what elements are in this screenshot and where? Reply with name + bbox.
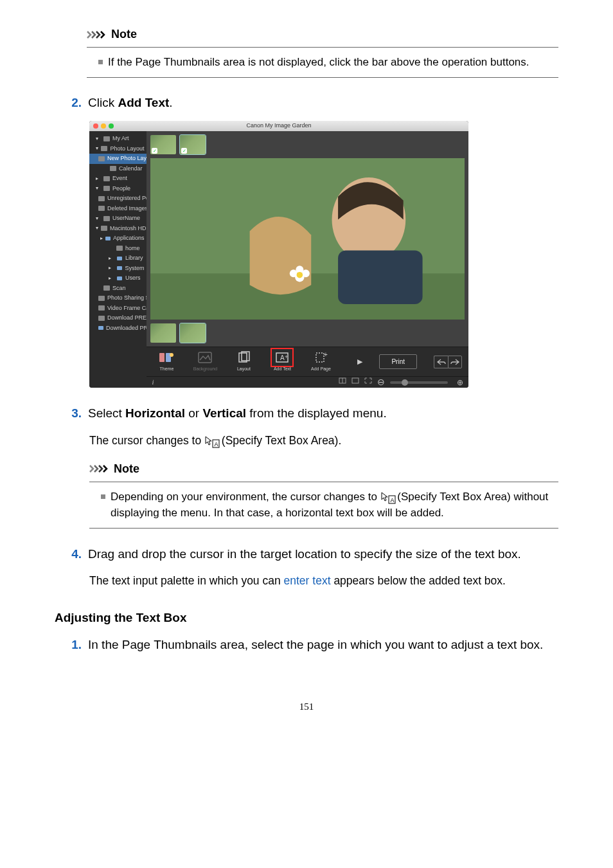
svg-rect-6 xyxy=(98,196,105,201)
sidebar-item[interactable]: Calendar xyxy=(89,164,147,174)
disclosure-icon: ▾ xyxy=(96,136,101,141)
zoom-in-icon[interactable]: ⊕ xyxy=(457,377,463,388)
enter-text-link[interactable]: enter text xyxy=(284,574,331,587)
sidebar-item[interactable]: ▸Users xyxy=(89,273,147,284)
check-icon: ✓ xyxy=(181,148,187,154)
page-thumbnail[interactable]: ✓ xyxy=(150,135,176,154)
person-icon xyxy=(103,186,110,191)
view-single-icon[interactable] xyxy=(351,377,359,387)
app-main: ✓ ✓ xyxy=(147,131,468,388)
svg-text:A: A xyxy=(280,354,285,361)
page-thumbnail[interactable]: ✓ xyxy=(180,135,206,154)
svg-rect-7 xyxy=(98,206,105,211)
disclosure-icon: ▾ xyxy=(96,146,98,151)
theme-button[interactable]: Theme xyxy=(153,350,180,373)
sidebar-item[interactable]: Deleted Images of People xyxy=(89,204,147,214)
download-icon xyxy=(98,316,105,321)
background-button[interactable]: Background xyxy=(191,350,218,373)
layout-icon xyxy=(235,350,253,365)
view-grid-icon[interactable] xyxy=(339,377,346,387)
sidebar-item[interactable]: ▾Macintosh HD xyxy=(89,224,147,234)
add-page-button[interactable]: + Add Page xyxy=(307,350,334,373)
svg-rect-0 xyxy=(103,136,110,141)
step-item: 2. Click Add Text. Canon My Image Garden… xyxy=(67,94,558,388)
svg-rect-9 xyxy=(101,226,107,231)
disk-icon xyxy=(101,226,107,231)
svg-rect-18 xyxy=(339,250,423,304)
step-item: 4. Drag and drop the cursor in the targe… xyxy=(67,545,558,590)
sidebar-item[interactable]: Photo Sharing Sites xyxy=(89,293,147,303)
svg-text:A: A xyxy=(214,441,218,448)
material-strip xyxy=(147,320,468,347)
sidebar-item[interactable]: ▸System xyxy=(89,264,147,274)
sidebar-item[interactable]: ▾People xyxy=(89,184,147,194)
svg-rect-13 xyxy=(98,305,105,311)
disclosure-icon: ▸ xyxy=(100,236,103,241)
sidebar-item[interactable]: Downloaded PREMIUM Contents xyxy=(89,323,147,334)
layout-icon xyxy=(101,146,107,151)
note-block: Note If the Page Thumbnails area is not … xyxy=(87,26,558,78)
add-text-button[interactable]: A+ Add Text xyxy=(269,350,296,373)
sidebar-item[interactable]: Video Frame Capture xyxy=(89,303,147,314)
svg-text:+: + xyxy=(285,354,288,360)
share-icon xyxy=(98,296,105,301)
sidebar-item-label: Library xyxy=(125,254,143,263)
sidebar-item[interactable]: Scan xyxy=(89,284,147,294)
background-icon xyxy=(196,350,214,365)
step-subtext: The cursor changes to A (Specify Text Bo… xyxy=(89,432,558,449)
sidebar-item-label: Macintosh HD xyxy=(110,224,147,233)
folder-icon xyxy=(116,276,123,281)
step-text: In the Page Thumbnails area, select the … xyxy=(88,636,543,655)
svg-rect-8 xyxy=(103,216,110,221)
svg-point-24 xyxy=(297,272,303,278)
sidebar-item[interactable]: Unregistered People xyxy=(89,194,147,204)
sidebar-item-label: Downloaded PREMIUM Contents xyxy=(106,324,147,333)
svg-rect-3 xyxy=(110,166,116,171)
print-button[interactable]: Print xyxy=(379,354,417,369)
note-text: If the Page Thumbnails area is not displ… xyxy=(108,54,529,71)
sidebar-item[interactable]: home xyxy=(89,244,147,254)
material-thumbnail[interactable] xyxy=(150,323,176,343)
disclosure-icon: ▾ xyxy=(96,226,98,231)
undo-button[interactable] xyxy=(434,356,448,368)
play-icon[interactable]: ▶ xyxy=(357,356,362,367)
app-titlebar: Canon My Image Garden xyxy=(89,121,468,131)
note-chevron-icon xyxy=(87,30,107,39)
zoom-slider[interactable] xyxy=(390,381,448,384)
sidebar-item[interactable]: New Photo Layout (1) xyxy=(89,154,147,164)
redo-button[interactable] xyxy=(448,356,462,368)
step-item: 1. In the Page Thumbnails area, select t… xyxy=(67,636,558,655)
layout-button[interactable]: Layout xyxy=(230,350,257,373)
step-number: 1. xyxy=(67,636,82,655)
disclosure-icon: ▸ xyxy=(96,176,101,181)
sidebar-item-label: Calendar xyxy=(119,165,143,174)
folder-icon xyxy=(98,325,103,330)
person-icon xyxy=(98,196,105,201)
disclosure-icon: ▸ xyxy=(109,276,114,281)
bullet-icon xyxy=(101,494,105,499)
svg-rect-2 xyxy=(98,156,105,161)
step-number: 3. xyxy=(67,404,82,423)
fullscreen-icon[interactable] xyxy=(364,377,372,387)
info-icon[interactable]: i xyxy=(152,377,161,388)
step-item: 3. Select Horizontal or Vertical from th… xyxy=(67,404,558,529)
sidebar-item[interactable]: ▸Event xyxy=(89,174,147,184)
sidebar-item[interactable]: ▸Library xyxy=(89,253,147,264)
sidebar-item-label: Scan xyxy=(112,284,126,293)
sidebar-item[interactable]: ▾Photo Layout xyxy=(89,144,147,154)
app-sidebar: ▾My Art▾Photo LayoutNew Photo Layout (1)… xyxy=(89,131,147,388)
svg-rect-34 xyxy=(316,353,324,362)
check-icon: ✓ xyxy=(152,148,157,154)
home-icon xyxy=(116,246,123,251)
zoom-out-icon[interactable]: ⊖ xyxy=(377,375,385,388)
note-title: Note xyxy=(114,460,139,478)
layout-icon xyxy=(98,156,105,161)
sidebar-item-label: Deleted Images of People xyxy=(107,204,147,213)
sidebar-item[interactable]: ▾UserName xyxy=(89,213,147,224)
material-thumbnail[interactable] xyxy=(180,323,206,343)
sidebar-item[interactable]: ▾My Art xyxy=(89,134,147,144)
sidebar-item[interactable]: Download PREMIUM Contents xyxy=(89,313,147,323)
sidebar-item[interactable]: ▸Applications xyxy=(89,233,147,244)
editing-canvas[interactable] xyxy=(150,158,465,320)
palette-icon xyxy=(103,136,110,141)
